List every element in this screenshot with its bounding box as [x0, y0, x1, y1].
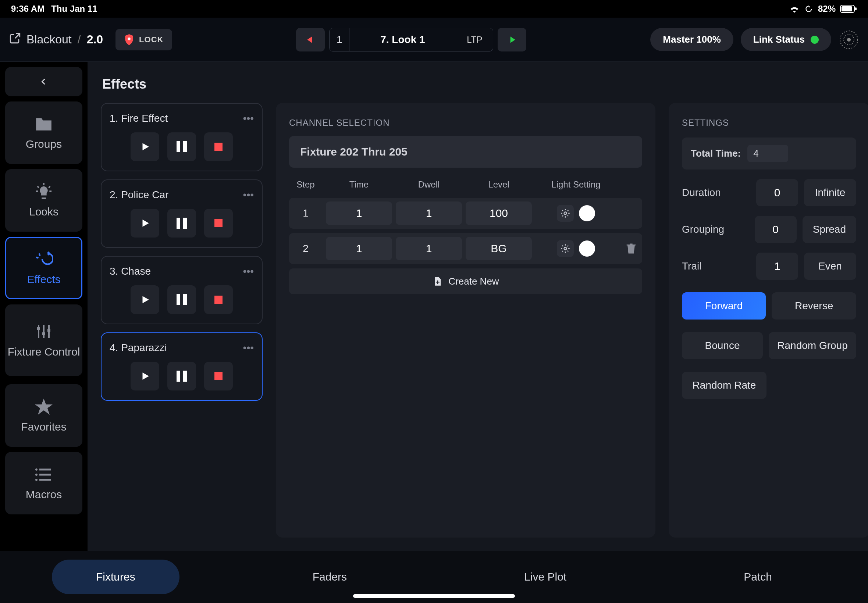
color-swatch[interactable] [579, 205, 595, 221]
tab-fixtures[interactable]: Fixtures [52, 560, 179, 594]
svg-rect-8 [42, 332, 45, 336]
lock-label: LOCK [139, 35, 163, 45]
sidebar-item-label: Favorites [21, 421, 66, 433]
grouping-option-button[interactable]: Spread [803, 216, 856, 243]
svg-point-10 [35, 468, 37, 471]
mode-reverse-button[interactable]: Reverse [772, 292, 856, 320]
play-icon [140, 295, 150, 305]
prev-look-button[interactable] [296, 28, 325, 51]
stop-icon [214, 295, 223, 304]
col-setting: Light Setting [535, 179, 616, 190]
level-input[interactable]: BG [466, 237, 532, 260]
app-name: Blackout [26, 33, 72, 46]
mode-random-group-button[interactable]: Random Group [769, 332, 856, 359]
look-display[interactable]: 1 7. Look 1 LTP [329, 28, 493, 51]
link-status-button[interactable]: Link Status [741, 28, 831, 51]
more-icon[interactable]: ••• [243, 342, 254, 354]
effect-card[interactable]: 4. Paparazzi ••• [101, 332, 263, 401]
total-time-value[interactable]: 4 [747, 145, 788, 162]
sidebar-item-label: Groups [26, 138, 62, 150]
color-swatch[interactable] [579, 240, 595, 257]
sidebar-item-effects[interactable]: Effects [5, 237, 82, 299]
time-input[interactable]: 1 [326, 201, 392, 225]
sidebar-item-label: Looks [29, 206, 59, 218]
tab-patch[interactable]: Patch [699, 560, 816, 594]
effect-stop-button[interactable] [204, 362, 233, 391]
play-icon [140, 218, 150, 228]
app-title: Blackout / 2.0 [9, 32, 103, 48]
grouping-input[interactable]: 0 [755, 216, 797, 243]
sidebar-item-groups[interactable]: Groups [5, 102, 82, 164]
delete-step-button[interactable] [620, 243, 642, 254]
pause-icon [176, 141, 187, 152]
dwell-input[interactable]: 1 [396, 237, 462, 260]
go-look-button[interactable] [498, 28, 526, 51]
grouping-label: Grouping [682, 224, 749, 235]
col-step: Step [289, 179, 322, 190]
mode-bounce-button[interactable]: Bounce [682, 332, 763, 359]
effect-card[interactable]: 2. Police Car ••• [101, 179, 263, 248]
duration-option-button[interactable]: Infinite [804, 179, 856, 206]
play-icon [140, 142, 150, 152]
sidebar-item-fixture-control[interactable]: Fixture Control [5, 305, 82, 376]
more-icon[interactable]: ••• [243, 113, 254, 124]
sidebar-item-looks[interactable]: Looks [5, 169, 82, 232]
effect-pause-button[interactable] [167, 362, 196, 391]
effect-card[interactable]: 3. Chase ••• [101, 256, 263, 324]
effect-card[interactable]: 1. Fire Effect ••• [101, 103, 263, 171]
create-step-button[interactable]: Create New [289, 268, 642, 294]
more-icon[interactable]: ••• [243, 266, 254, 277]
effect-play-button[interactable] [131, 362, 159, 391]
sidebar-item-macros[interactable]: Macros [5, 452, 82, 514]
create-label: Create New [448, 276, 499, 287]
pause-icon [176, 371, 187, 382]
trail-option-button[interactable]: Even [804, 253, 856, 280]
app-logo[interactable] [839, 29, 859, 50]
sidebar: Groups Looks Effects Fixture Control Fav… [0, 62, 88, 551]
pause-icon [176, 294, 187, 305]
play-icon [140, 371, 150, 381]
tab-live-plot[interactable]: Live Plot [480, 560, 611, 594]
sidebar-item-label: Fixture Control [8, 345, 80, 359]
mode-forward-button[interactable]: Forward [682, 292, 766, 320]
effect-pause-button[interactable] [167, 285, 196, 314]
prev-icon [306, 35, 315, 45]
sliders-icon [34, 322, 53, 341]
star-icon [34, 398, 53, 416]
sidebar-back-button[interactable] [5, 67, 82, 96]
export-icon[interactable] [9, 32, 21, 48]
battery-icon [840, 5, 857, 13]
more-icon[interactable]: ••• [243, 189, 254, 201]
home-indicator[interactable] [353, 594, 515, 598]
effect-play-button[interactable] [131, 209, 159, 238]
effect-play-button[interactable] [131, 285, 159, 314]
trail-input[interactable]: 1 [756, 253, 798, 280]
fixture-selection[interactable]: Fixture 202 Thru 205 [289, 136, 642, 168]
svg-point-6 [847, 38, 851, 42]
main-panel: Effects 1. Fire Effect ••• [88, 62, 868, 551]
shield-icon [124, 34, 134, 45]
effect-pause-button[interactable] [167, 209, 196, 238]
lock-button[interactable]: LOCK [116, 29, 172, 50]
effect-stop-button[interactable] [204, 132, 233, 161]
time-input[interactable]: 1 [326, 237, 392, 260]
effect-stop-button[interactable] [204, 209, 233, 238]
stop-icon [214, 372, 223, 380]
master-button[interactable]: Master 100% [650, 28, 733, 51]
svg-rect-9 [48, 329, 50, 332]
effect-stop-button[interactable] [204, 285, 233, 314]
mode-random-rate-button[interactable]: Random Rate [682, 372, 766, 399]
level-input[interactable]: 100 [466, 201, 532, 225]
duration-input[interactable]: 0 [756, 179, 798, 206]
total-time-row: Total Time: 4 [682, 138, 856, 170]
step-number: 1 [289, 207, 322, 219]
top-toolbar: Blackout / 2.0 LOCK 1 7. Look 1 LTP Mast… [0, 18, 868, 62]
tab-faders[interactable]: Faders [269, 560, 391, 594]
light-settings-button[interactable] [557, 240, 574, 257]
sidebar-item-favorites[interactable]: Favorites [5, 384, 82, 447]
light-settings-button[interactable] [557, 205, 574, 222]
effect-pause-button[interactable] [167, 132, 196, 161]
effect-play-button[interactable] [131, 132, 159, 161]
dwell-input[interactable]: 1 [396, 201, 462, 225]
page-title: Effects [88, 62, 868, 103]
